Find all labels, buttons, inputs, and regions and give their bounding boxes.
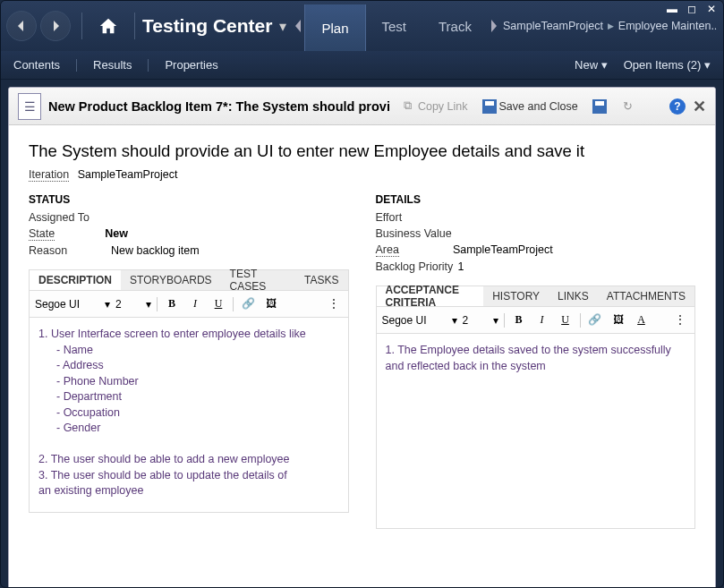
- link-button[interactable]: 🔗: [239, 295, 257, 313]
- save-button[interactable]: [589, 98, 610, 115]
- subnav-results[interactable]: Results: [93, 58, 132, 72]
- save-and-close-button[interactable]: Save and Close: [479, 98, 582, 115]
- right-tabs: ACCEPTANCE CRITERIA HISTORY LINKS ATTACH…: [376, 285, 696, 307]
- state-label: State: [29, 227, 55, 241]
- help-icon[interactable]: ?: [669, 98, 686, 115]
- breadcrumb[interactable]: SampleTeamProject ▶ Employee Mainten...: [503, 20, 718, 32]
- tab-attachments[interactable]: ATTACHMENTS: [598, 286, 694, 306]
- state-value[interactable]: New: [105, 227, 128, 241]
- image-button[interactable]: 🖼: [609, 311, 627, 329]
- close-window-button[interactable]: ✕: [705, 3, 718, 15]
- save-icon: [592, 99, 607, 114]
- work-item-title[interactable]: The System should provide an UI to enter…: [29, 141, 695, 161]
- divider: [148, 59, 149, 72]
- italic-button[interactable]: I: [186, 295, 204, 313]
- bold-button[interactable]: B: [163, 295, 181, 313]
- window-controls: ▬ ◻ ✕: [666, 3, 718, 15]
- tab-acceptance[interactable]: ACCEPTANCE CRITERIA: [377, 286, 484, 306]
- minimize-button[interactable]: ▬: [666, 3, 678, 15]
- new-dropdown[interactable]: New ▾: [575, 58, 608, 72]
- app-title: Testing Center: [142, 15, 272, 37]
- description-toolbar: Segoe UI▾ 2▾ B I U 🔗 🖼 ⋮: [29, 291, 349, 318]
- tabs-scroll-left[interactable]: [292, 13, 304, 39]
- bold-button[interactable]: B: [510, 311, 528, 329]
- divider: [134, 13, 135, 39]
- subnav-properties[interactable]: Properties: [165, 58, 217, 72]
- tab-description[interactable]: DESCRIPTION: [30, 270, 121, 290]
- open-items-dropdown[interactable]: Open Items (2) ▾: [624, 58, 711, 72]
- underline-button[interactable]: U: [557, 311, 575, 329]
- subnav-contents[interactable]: Contents: [13, 58, 60, 72]
- acceptance-toolbar: Segoe UI▾ 2▾ B I U 🔗 🖼 A ⋮: [376, 307, 696, 334]
- details-heading: DETAILS: [376, 193, 696, 206]
- breadcrumb-separator-icon: ▶: [608, 21, 614, 30]
- chevron-down-icon[interactable]: ▾: [105, 298, 110, 311]
- link-button[interactable]: 🔗: [586, 311, 604, 329]
- back-button[interactable]: [6, 11, 37, 41]
- assigned-to-label: Assigned To: [29, 211, 111, 224]
- tab-links[interactable]: LINKS: [549, 286, 598, 306]
- priority-label: Backlog Priority: [376, 260, 458, 273]
- acceptance-editor[interactable]: 1. The Employee details saved to the sys…: [376, 334, 696, 529]
- tab-history[interactable]: HISTORY: [483, 286, 549, 306]
- font-select[interactable]: Segoe UI: [382, 314, 447, 327]
- tab-testcases[interactable]: TEST CASES: [221, 270, 295, 290]
- tabs-scroll-right[interactable]: [488, 13, 500, 39]
- tab-track[interactable]: Track: [422, 4, 488, 47]
- area-label: Area: [376, 243, 399, 257]
- breadcrumb-item[interactable]: Employee Mainten...: [618, 20, 718, 32]
- copy-icon: ⧉: [401, 99, 415, 114]
- font-select[interactable]: Segoe UI: [35, 298, 99, 311]
- size-select[interactable]: 2: [115, 298, 141, 311]
- chevron-down-icon: ▾: [601, 58, 608, 72]
- breadcrumb-item[interactable]: SampleTeamProject: [503, 20, 603, 32]
- tab-storyboards[interactable]: STORYBOARDS: [121, 270, 221, 290]
- description-editor[interactable]: 1. User Interface screen to enter employ…: [29, 318, 349, 513]
- chevron-down-icon[interactable]: ▾: [146, 298, 151, 311]
- copy-link-button[interactable]: ⧉Copy Link: [397, 98, 472, 115]
- business-value-label: Business Value: [376, 227, 458, 240]
- italic-button[interactable]: I: [533, 311, 551, 329]
- maximize-button[interactable]: ◻: [686, 3, 698, 15]
- tab-tasks[interactable]: TASKS: [295, 270, 347, 290]
- effort-label: Effort: [376, 211, 458, 224]
- iteration-row: Iteration SampleTeamProject: [29, 168, 695, 181]
- tab-test[interactable]: Test: [366, 4, 423, 47]
- area-value[interactable]: SampleTeamProject: [453, 243, 553, 257]
- refresh-button[interactable]: ↻: [618, 98, 639, 115]
- titlebar: ▬ ◻ ✕ Testing Center ▾ Plan Test Track S…: [1, 1, 723, 51]
- iteration-value[interactable]: SampleTeamProject: [78, 168, 178, 181]
- work-item-panel: ☰ New Product Backlog Item 7*: The Syste…: [8, 87, 716, 588]
- refresh-icon: ↻: [621, 99, 635, 114]
- underline-button[interactable]: U: [209, 295, 227, 313]
- panel-body: The System should provide an UI to enter…: [9, 125, 715, 540]
- fontcolor-button[interactable]: A: [633, 311, 651, 329]
- chevron-down-icon[interactable]: ▾: [493, 314, 498, 327]
- panel-header: ☰ New Product Backlog Item 7*: The Syste…: [9, 88, 715, 125]
- reason-value[interactable]: New backlog item: [111, 244, 200, 257]
- details-column: DETAILS Effort Business Value AreaSample…: [376, 193, 696, 529]
- left-tabs: DESCRIPTION STORYBOARDS TEST CASES TASKS: [29, 269, 349, 291]
- image-button[interactable]: 🖼: [262, 295, 280, 313]
- reason-label: Reason: [29, 244, 111, 257]
- status-heading: STATUS: [29, 193, 349, 206]
- document-icon: ☰: [18, 93, 41, 120]
- chevron-down-icon[interactable]: ▾: [452, 314, 457, 327]
- divider: [81, 13, 82, 39]
- divider: [76, 59, 77, 72]
- more-icon[interactable]: ⋮: [671, 311, 689, 329]
- save-icon: [482, 99, 497, 114]
- chevron-down-icon: ▾: [704, 58, 711, 72]
- subnav: Contents Results Properties New ▾ Open I…: [1, 51, 723, 80]
- status-column: STATUS Assigned To StateNew ReasonNew ba…: [29, 193, 349, 529]
- panel-title: New Product Backlog Item 7*: The System …: [48, 99, 390, 114]
- iteration-label: Iteration: [29, 168, 69, 182]
- tab-plan[interactable]: Plan: [304, 4, 365, 51]
- more-icon[interactable]: ⋮: [325, 295, 343, 313]
- size-select[interactable]: 2: [463, 314, 488, 327]
- title-dropdown-icon[interactable]: ▾: [279, 18, 286, 35]
- home-button[interactable]: [95, 13, 122, 39]
- forward-button[interactable]: [40, 11, 71, 41]
- priority-value[interactable]: 1: [458, 260, 464, 273]
- close-panel-button[interactable]: ✕: [693, 97, 706, 116]
